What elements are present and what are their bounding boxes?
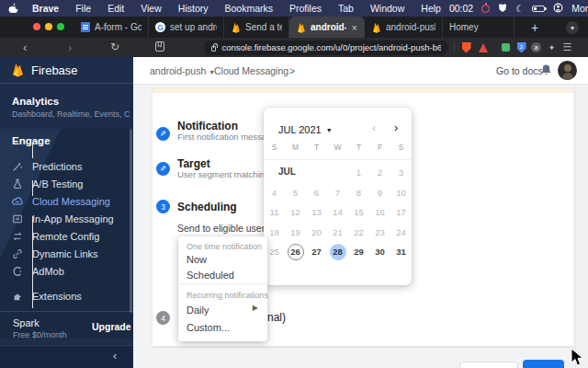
- sidebar-item-in-app-messaging[interactable]: In-App Messaging: [0, 210, 133, 227]
- go-to-docs-link[interactable]: Go to docs: [496, 65, 543, 76]
- calendar-day[interactable]: 27: [306, 242, 327, 262]
- page-scrollbar-track[interactable]: [575, 85, 588, 368]
- brave-shield-icon[interactable]: [460, 41, 472, 53]
- menu-window[interactable]: Window: [362, 3, 413, 14]
- sidebar-item-dynamic-links[interactable]: Dynamic Links: [0, 245, 133, 262]
- calendar-day[interactable]: 29: [348, 242, 369, 262]
- focus-moon-icon[interactable]: ☾: [515, 4, 524, 14]
- calendar-day[interactable]: 22: [348, 223, 369, 243]
- account-avatar[interactable]: [558, 61, 577, 80]
- browser-menu-icon[interactable]: ☰: [561, 41, 573, 53]
- menu-item-scheduled[interactable]: Scheduled ▶: [187, 270, 264, 281]
- sidebar-item-cloud-messaging[interactable]: Cloud Messaging: [0, 192, 133, 210]
- calendar-day-today[interactable]: 26: [285, 242, 306, 262]
- tab-android-push-active[interactable]: android-push ×: [289, 17, 365, 38]
- calendar-day[interactable]: 5: [285, 183, 306, 203]
- calendar-day[interactable]: 10: [390, 183, 412, 203]
- new-tab-button[interactable]: +: [526, 18, 544, 36]
- calendar-day[interactable]: 19: [285, 223, 306, 243]
- sidebar-item-admob[interactable]: AdMob: [0, 262, 133, 280]
- menubar-clock[interactable]: Mon 26 Jul 4:52: [571, 3, 588, 14]
- menu-item-daily[interactable]: Daily: [187, 305, 264, 316]
- green-extension-icon[interactable]: [500, 41, 512, 53]
- blue-shield-icon[interactable]: 2: [515, 41, 527, 53]
- menu-history[interactable]: History: [170, 3, 217, 14]
- bookmark-panel-icon[interactable]: [155, 37, 164, 58]
- adblock-triangle-icon[interactable]: [477, 41, 489, 53]
- reload-icon[interactable]: ↻: [110, 38, 119, 57]
- adguard-icon[interactable]: a: [530, 41, 542, 53]
- firebase-brand[interactable]: Firebase: [0, 57, 133, 84]
- forward-icon[interactable]: ›: [68, 38, 72, 57]
- back-button[interactable]: [459, 362, 518, 368]
- calendar-day[interactable]: 24: [390, 223, 412, 243]
- calendar-day[interactable]: 7: [327, 183, 348, 203]
- step1-edit-icon[interactable]: ✎: [156, 127, 170, 141]
- minimize-window-button[interactable]: [45, 23, 52, 30]
- calendar-day[interactable]: 4: [264, 183, 285, 203]
- calendar-day[interactable]: 8: [348, 183, 369, 203]
- calendar-day[interactable]: 13: [306, 202, 327, 223]
- menu-tab[interactable]: Tab: [330, 3, 362, 14]
- sidebar-item-remote-config[interactable]: Remote Config: [0, 227, 133, 245]
- calendar-prev-icon[interactable]: ‹: [372, 121, 376, 134]
- send-to-eligible-users-select[interactable]: Send to eligible users: [177, 223, 269, 234]
- extension-star-icon[interactable]: ✦: [546, 41, 558, 53]
- calendar-day[interactable]: 16: [369, 202, 390, 223]
- back-icon[interactable]: ‹: [23, 38, 27, 57]
- calendar-day[interactable]: 23: [369, 223, 390, 243]
- tab-set-up-android[interactable]: G set up android pu: [149, 17, 224, 38]
- notifications-bell-icon[interactable]: [540, 63, 552, 80]
- tab-a-form[interactable]: A-form - Google D: [74, 17, 149, 38]
- calendar-day[interactable]: 14: [327, 202, 348, 223]
- sidebar-item-ab-testing[interactable]: A/B Testing: [0, 175, 133, 192]
- calendar-day[interactable]: 20: [306, 223, 327, 243]
- menu-view[interactable]: View: [132, 3, 170, 14]
- tab-search-button[interactable]: ▾: [566, 21, 579, 34]
- step2-edit-icon[interactable]: ✎: [156, 162, 170, 176]
- tab-send-test-message[interactable]: Send a test mess: [224, 17, 289, 38]
- project-selector[interactable]: android-push ▼: [150, 65, 215, 76]
- brave-status-icon[interactable]: [498, 3, 507, 15]
- calendar-day[interactable]: 15: [348, 202, 369, 223]
- stopwatch-icon[interactable]: [481, 5, 490, 13]
- calendar-day[interactable]: 31: [390, 242, 412, 262]
- calendar-day[interactable]: 3: [390, 163, 412, 183]
- menu-file[interactable]: File: [67, 3, 99, 14]
- sidebar-collapse-bar[interactable]: ‹: [0, 345, 133, 368]
- calendar-day[interactable]: 11: [264, 202, 285, 223]
- menu-help[interactable]: Help: [413, 3, 449, 14]
- upgrade-button[interactable]: Upgrade: [92, 321, 131, 332]
- battery-icon[interactable]: [532, 6, 545, 12]
- calendar-day[interactable]: 9: [369, 183, 390, 203]
- collapse-chevron-icon[interactable]: ‹: [113, 350, 117, 362]
- calendar-day[interactable]: 6: [306, 183, 327, 203]
- calendar-day[interactable]: 21: [327, 223, 348, 243]
- calendar-month-selector[interactable]: JUL 2021 ▼: [278, 124, 333, 135]
- sidebar-item-predictions[interactable]: Predictions: [0, 157, 133, 175]
- tab-homey[interactable]: Homey: [443, 17, 514, 38]
- menu-item-now[interactable]: Now: [187, 254, 264, 265]
- address-field[interactable]: console.firebase.google.com/u/0/project/…: [204, 40, 448, 55]
- tab-android-push-2[interactable]: android-push – C: [365, 17, 443, 38]
- zoom-window-button[interactable]: [57, 23, 64, 30]
- sidebar-item-extensions[interactable]: Extensions: [0, 287, 133, 305]
- sidebar-scrollbar[interactable]: [130, 129, 132, 313]
- apple-menu-icon[interactable]: [8, 3, 18, 14]
- menu-brave[interactable]: Brave: [24, 3, 67, 14]
- calendar-next-icon[interactable]: ›: [394, 121, 398, 134]
- tab-close-icon[interactable]: ×: [351, 22, 358, 33]
- calendar-day[interactable]: 1: [348, 163, 369, 183]
- calendar-day-selected[interactable]: 28: [327, 242, 348, 262]
- menu-item-custom[interactable]: Custom...: [187, 322, 264, 333]
- calendar-day[interactable]: 30: [369, 242, 390, 262]
- calendar-day[interactable]: 2: [369, 163, 390, 183]
- user-switch-icon[interactable]: [553, 3, 563, 15]
- review-button[interactable]: [523, 360, 564, 368]
- calendar-day[interactable]: 12: [285, 202, 306, 223]
- breadcrumb-section[interactable]: Cloud Messaging: [214, 65, 288, 76]
- sidebar-section-analytics[interactable]: Analytics Dashboard, Realtime, Events, C…: [12, 96, 130, 119]
- menu-bookmarks[interactable]: Bookmarks: [216, 3, 281, 14]
- menu-edit[interactable]: Edit: [99, 3, 132, 14]
- calendar-day[interactable]: 17: [390, 202, 412, 223]
